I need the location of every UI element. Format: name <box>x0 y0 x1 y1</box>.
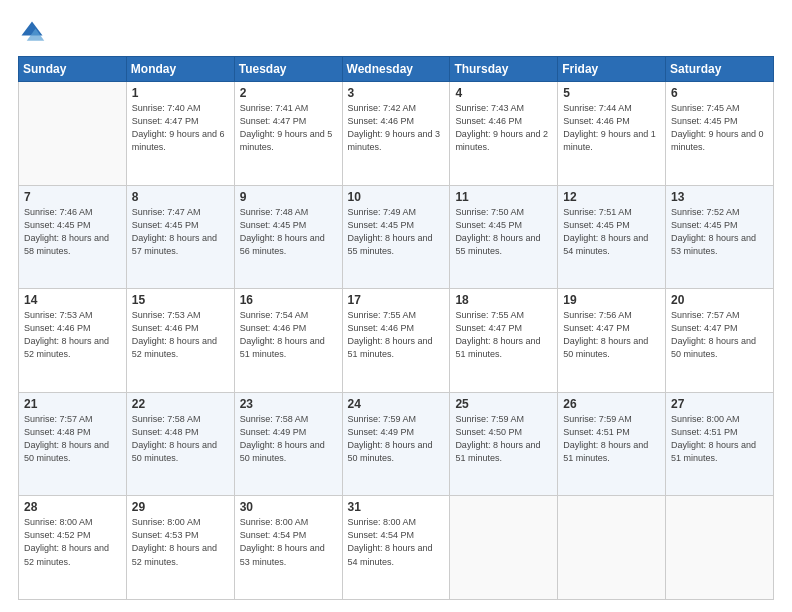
day-info: Sunrise: 8:00 AMSunset: 4:52 PMDaylight:… <box>24 516 121 568</box>
day-info: Sunrise: 7:46 AMSunset: 4:45 PMDaylight:… <box>24 206 121 258</box>
day-info: Sunrise: 7:59 AMSunset: 4:50 PMDaylight:… <box>455 413 552 465</box>
calendar-cell: 8Sunrise: 7:47 AMSunset: 4:45 PMDaylight… <box>126 185 234 289</box>
calendar-cell: 1Sunrise: 7:40 AMSunset: 4:47 PMDaylight… <box>126 82 234 186</box>
calendar-cell: 4Sunrise: 7:43 AMSunset: 4:46 PMDaylight… <box>450 82 558 186</box>
day-info: Sunrise: 8:00 AMSunset: 4:54 PMDaylight:… <box>348 516 445 568</box>
calendar-cell: 16Sunrise: 7:54 AMSunset: 4:46 PMDayligh… <box>234 289 342 393</box>
calendar-header-friday: Friday <box>558 57 666 82</box>
calendar-cell: 26Sunrise: 7:59 AMSunset: 4:51 PMDayligh… <box>558 392 666 496</box>
day-info: Sunrise: 7:53 AMSunset: 4:46 PMDaylight:… <box>24 309 121 361</box>
day-info: Sunrise: 7:45 AMSunset: 4:45 PMDaylight:… <box>671 102 768 154</box>
day-number: 12 <box>563 190 660 204</box>
calendar-cell: 20Sunrise: 7:57 AMSunset: 4:47 PMDayligh… <box>666 289 774 393</box>
day-number: 6 <box>671 86 768 100</box>
calendar-cell: 21Sunrise: 7:57 AMSunset: 4:48 PMDayligh… <box>19 392 127 496</box>
day-info: Sunrise: 7:59 AMSunset: 4:51 PMDaylight:… <box>563 413 660 465</box>
day-info: Sunrise: 7:57 AMSunset: 4:47 PMDaylight:… <box>671 309 768 361</box>
day-info: Sunrise: 7:47 AMSunset: 4:45 PMDaylight:… <box>132 206 229 258</box>
calendar-cell: 7Sunrise: 7:46 AMSunset: 4:45 PMDaylight… <box>19 185 127 289</box>
day-info: Sunrise: 7:40 AMSunset: 4:47 PMDaylight:… <box>132 102 229 154</box>
day-info: Sunrise: 7:42 AMSunset: 4:46 PMDaylight:… <box>348 102 445 154</box>
calendar-cell: 15Sunrise: 7:53 AMSunset: 4:46 PMDayligh… <box>126 289 234 393</box>
day-info: Sunrise: 7:56 AMSunset: 4:47 PMDaylight:… <box>563 309 660 361</box>
calendar-cell: 24Sunrise: 7:59 AMSunset: 4:49 PMDayligh… <box>342 392 450 496</box>
logo-icon <box>18 18 46 46</box>
day-info: Sunrise: 8:00 AMSunset: 4:51 PMDaylight:… <box>671 413 768 465</box>
day-number: 10 <box>348 190 445 204</box>
day-info: Sunrise: 7:53 AMSunset: 4:46 PMDaylight:… <box>132 309 229 361</box>
day-number: 16 <box>240 293 337 307</box>
header <box>18 18 774 46</box>
calendar-cell: 2Sunrise: 7:41 AMSunset: 4:47 PMDaylight… <box>234 82 342 186</box>
day-number: 21 <box>24 397 121 411</box>
day-number: 9 <box>240 190 337 204</box>
day-number: 14 <box>24 293 121 307</box>
day-info: Sunrise: 7:48 AMSunset: 4:45 PMDaylight:… <box>240 206 337 258</box>
calendar-cell: 18Sunrise: 7:55 AMSunset: 4:47 PMDayligh… <box>450 289 558 393</box>
day-number: 11 <box>455 190 552 204</box>
calendar-header-wednesday: Wednesday <box>342 57 450 82</box>
day-number: 23 <box>240 397 337 411</box>
day-number: 5 <box>563 86 660 100</box>
day-number: 4 <box>455 86 552 100</box>
calendar-cell: 9Sunrise: 7:48 AMSunset: 4:45 PMDaylight… <box>234 185 342 289</box>
calendar-cell: 23Sunrise: 7:58 AMSunset: 4:49 PMDayligh… <box>234 392 342 496</box>
calendar-cell: 25Sunrise: 7:59 AMSunset: 4:50 PMDayligh… <box>450 392 558 496</box>
calendar-cell: 14Sunrise: 7:53 AMSunset: 4:46 PMDayligh… <box>19 289 127 393</box>
calendar-cell <box>666 496 774 600</box>
day-info: Sunrise: 7:43 AMSunset: 4:46 PMDaylight:… <box>455 102 552 154</box>
day-info: Sunrise: 7:50 AMSunset: 4:45 PMDaylight:… <box>455 206 552 258</box>
day-number: 25 <box>455 397 552 411</box>
day-number: 22 <box>132 397 229 411</box>
day-info: Sunrise: 7:41 AMSunset: 4:47 PMDaylight:… <box>240 102 337 154</box>
day-info: Sunrise: 8:00 AMSunset: 4:53 PMDaylight:… <box>132 516 229 568</box>
calendar-cell: 30Sunrise: 8:00 AMSunset: 4:54 PMDayligh… <box>234 496 342 600</box>
day-number: 31 <box>348 500 445 514</box>
day-number: 30 <box>240 500 337 514</box>
day-number: 13 <box>671 190 768 204</box>
day-number: 26 <box>563 397 660 411</box>
day-info: Sunrise: 7:54 AMSunset: 4:46 PMDaylight:… <box>240 309 337 361</box>
day-info: Sunrise: 8:00 AMSunset: 4:54 PMDaylight:… <box>240 516 337 568</box>
calendar-cell: 17Sunrise: 7:55 AMSunset: 4:46 PMDayligh… <box>342 289 450 393</box>
day-info: Sunrise: 7:52 AMSunset: 4:45 PMDaylight:… <box>671 206 768 258</box>
day-number: 3 <box>348 86 445 100</box>
day-info: Sunrise: 7:51 AMSunset: 4:45 PMDaylight:… <box>563 206 660 258</box>
day-number: 18 <box>455 293 552 307</box>
day-info: Sunrise: 7:49 AMSunset: 4:45 PMDaylight:… <box>348 206 445 258</box>
calendar-header-thursday: Thursday <box>450 57 558 82</box>
day-number: 24 <box>348 397 445 411</box>
calendar-cell: 31Sunrise: 8:00 AMSunset: 4:54 PMDayligh… <box>342 496 450 600</box>
calendar-cell: 12Sunrise: 7:51 AMSunset: 4:45 PMDayligh… <box>558 185 666 289</box>
day-number: 7 <box>24 190 121 204</box>
day-number: 15 <box>132 293 229 307</box>
day-info: Sunrise: 7:59 AMSunset: 4:49 PMDaylight:… <box>348 413 445 465</box>
calendar-cell: 27Sunrise: 8:00 AMSunset: 4:51 PMDayligh… <box>666 392 774 496</box>
day-number: 19 <box>563 293 660 307</box>
day-number: 8 <box>132 190 229 204</box>
calendar-cell: 5Sunrise: 7:44 AMSunset: 4:46 PMDaylight… <box>558 82 666 186</box>
calendar-cell: 22Sunrise: 7:58 AMSunset: 4:48 PMDayligh… <box>126 392 234 496</box>
calendar-header-tuesday: Tuesday <box>234 57 342 82</box>
calendar-cell: 6Sunrise: 7:45 AMSunset: 4:45 PMDaylight… <box>666 82 774 186</box>
day-info: Sunrise: 7:58 AMSunset: 4:48 PMDaylight:… <box>132 413 229 465</box>
calendar-cell <box>558 496 666 600</box>
day-number: 28 <box>24 500 121 514</box>
day-info: Sunrise: 7:55 AMSunset: 4:47 PMDaylight:… <box>455 309 552 361</box>
calendar-header-monday: Monday <box>126 57 234 82</box>
calendar-cell: 10Sunrise: 7:49 AMSunset: 4:45 PMDayligh… <box>342 185 450 289</box>
calendar-cell: 13Sunrise: 7:52 AMSunset: 4:45 PMDayligh… <box>666 185 774 289</box>
day-info: Sunrise: 7:57 AMSunset: 4:48 PMDaylight:… <box>24 413 121 465</box>
day-number: 27 <box>671 397 768 411</box>
page: SundayMondayTuesdayWednesdayThursdayFrid… <box>0 0 792 612</box>
calendar-cell: 3Sunrise: 7:42 AMSunset: 4:46 PMDaylight… <box>342 82 450 186</box>
day-number: 20 <box>671 293 768 307</box>
calendar-cell: 19Sunrise: 7:56 AMSunset: 4:47 PMDayligh… <box>558 289 666 393</box>
calendar-cell: 11Sunrise: 7:50 AMSunset: 4:45 PMDayligh… <box>450 185 558 289</box>
day-number: 17 <box>348 293 445 307</box>
calendar-cell <box>450 496 558 600</box>
calendar-header-sunday: Sunday <box>19 57 127 82</box>
day-info: Sunrise: 7:44 AMSunset: 4:46 PMDaylight:… <box>563 102 660 154</box>
calendar-cell: 28Sunrise: 8:00 AMSunset: 4:52 PMDayligh… <box>19 496 127 600</box>
day-info: Sunrise: 7:55 AMSunset: 4:46 PMDaylight:… <box>348 309 445 361</box>
